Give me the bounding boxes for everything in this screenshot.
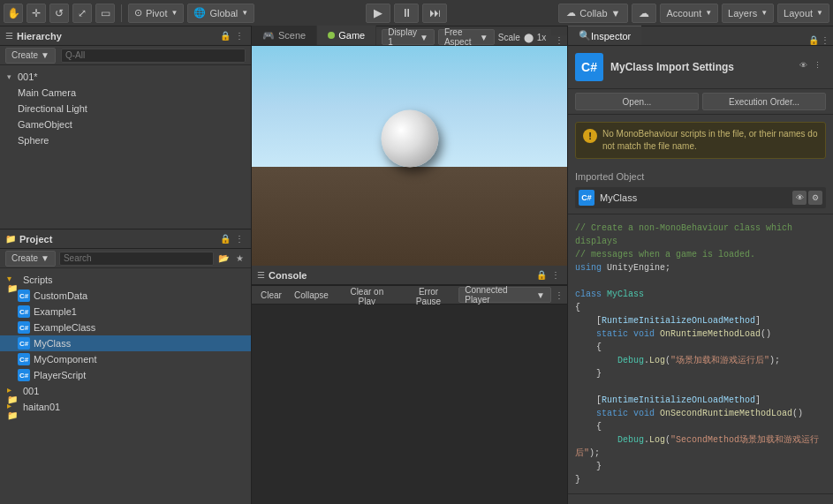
project-item-mycomponent[interactable]: C# MyComponent [0, 351, 251, 367]
hierarchy-menu-icon[interactable]: ⋮ [233, 30, 246, 42]
tab-game[interactable]: Game [317, 26, 376, 45]
display-arrow-icon: ▼ [420, 33, 428, 42]
clear-button[interactable]: Clear [255, 287, 287, 303]
rect-tool-btn[interactable]: ▭ [95, 4, 115, 23]
import-view-icon[interactable]: 👁 [799, 61, 812, 73]
hierarchy-create-button[interactable]: Create ▼ [5, 48, 56, 64]
account-dropdown[interactable]: Account ▼ [660, 4, 718, 23]
project-item-myclass[interactable]: C# MyClass [0, 335, 251, 351]
project-item-label: 001 [23, 386, 39, 396]
project-item-001[interactable]: ▸ 📁 001 [0, 383, 251, 399]
clear-on-play-button[interactable]: Clear on Play [336, 287, 398, 303]
folder-icon-haitan01: ▸ 📁 [7, 401, 19, 413]
project-star-icon[interactable]: ★ [233, 252, 246, 265]
game-toolbar: Display 1 ▼ Free Aspect ▼ Scale ⬤ 1x [376, 29, 551, 45]
hierarchy-item-label: Directional Light [18, 103, 87, 114]
console-menu-icon[interactable]: ⋮ [549, 269, 562, 282]
console-title: Console [269, 270, 532, 281]
scale-tool-btn[interactable]: ⤢ [72, 4, 92, 23]
import-menu-icon[interactable]: ⋮ [814, 61, 826, 73]
collab-button[interactable]: ☁ Collab ▼ [558, 4, 628, 23]
project-lock-icon[interactable]: 🔒 [219, 233, 231, 245]
collab-icon: ☁ [566, 7, 576, 19]
layout-dropdown[interactable]: Layout ▼ [777, 4, 829, 23]
move-tool-btn[interactable]: ✛ [27, 4, 46, 23]
project-icon: 📁 [5, 234, 16, 244]
project-menu-icon[interactable]: ⋮ [233, 233, 246, 245]
hierarchy-item-root[interactable]: ▾ 001* [0, 69, 251, 85]
obj-gear-btn[interactable]: ⚙ [808, 191, 822, 205]
collapse-button[interactable]: Collapse [289, 287, 334, 303]
import-action-buttons: Open... Execution Order... [568, 89, 833, 115]
hierarchy-lock-icon[interactable]: 🔒 [219, 30, 231, 42]
hierarchy-item-directional-light[interactable]: Directional Light [0, 101, 251, 117]
aspect-dropdown[interactable]: Free Aspect ▼ [438, 29, 495, 45]
console-menu-btn[interactable]: ⋮ [555, 290, 564, 300]
hierarchy-panel: ☰ Hierarchy 🔒 ⋮ Create ▼ ▾ 001* [0, 26, 251, 229]
code-line-5: class MyClass [575, 288, 826, 301]
warning-text: No MonoBehaviour scripts in the file, or… [602, 128, 818, 153]
collab-label: Collab [579, 8, 607, 19]
scale-label: Scale [498, 33, 520, 42]
account-label: Account [666, 8, 701, 19]
code-line-14: static void OnSecondRuntimeMethodLoad() [575, 407, 826, 420]
inspector-menu-icon[interactable]: ⋮ [821, 35, 829, 45]
game-panel-menu[interactable]: ⋮ [551, 35, 567, 45]
hand-tool-btn[interactable]: ✋ [4, 4, 23, 23]
project-item-exampleclass[interactable]: C# ExampleClass [0, 320, 251, 335]
project-panel: 📁 Project 🔒 ⋮ Create ▼ 📂 ★ ▾ 📁 [0, 229, 251, 504]
project-item-haitan01[interactable]: ▸ 📁 haitan01 [0, 399, 251, 415]
global-arrow-icon: ▼ [241, 9, 248, 17]
myclass-cs-icon: C# [575, 53, 603, 81]
play-button[interactable]: ▶ [366, 4, 390, 23]
project-item-example1[interactable]: C# Example1 [0, 304, 251, 320]
console-lock-icon[interactable]: 🔒 [535, 269, 548, 282]
code-line-17: } [575, 460, 826, 473]
layers-dropdown[interactable]: Layers ▼ [722, 4, 774, 23]
project-item-label: CustomData [34, 290, 87, 301]
cs-icon: C# [18, 337, 30, 350]
global-dropdown[interactable]: 🌐 Global ▼ [187, 4, 254, 23]
inspector-tab-label: Inspector [591, 31, 631, 41]
project-search-input[interactable] [59, 252, 214, 266]
project-item-playerscript[interactable]: C# PlayerScript [0, 367, 251, 383]
hierarchy-item-gameobject[interactable]: GameObject [0, 117, 251, 132]
pivot-icon: ⊙ [134, 7, 142, 19]
tab-scene[interactable]: 🎮 Scene [252, 26, 317, 45]
pivot-dropdown[interactable]: ⊙ Pivot ▼ [128, 4, 184, 23]
error-pause-button[interactable]: Error Pause [400, 287, 457, 303]
cs-icon: C# [18, 290, 30, 302]
project-item-scripts[interactable]: ▾ 📁 Scripts [0, 272, 251, 288]
project-toolbar: Create ▼ 📂 ★ [0, 249, 251, 268]
project-folder-icon[interactable]: 📂 [217, 252, 230, 265]
layout-label: Layout [784, 8, 813, 19]
hierarchy-item-sphere[interactable]: Sphere [0, 132, 251, 148]
pause-button[interactable]: ⏸ [394, 4, 419, 23]
main-layout: ☰ Hierarchy 🔒 ⋮ Create ▼ ▾ 001* [0, 26, 833, 504]
game-viewport [252, 46, 567, 266]
import-settings-title: MyClass Import Settings [610, 61, 792, 73]
inspector-lock-icon[interactable]: 🔒 [808, 35, 819, 45]
connected-player-dropdown[interactable]: Connected Player ▼ [458, 287, 551, 303]
hierarchy-header-buttons: 🔒 ⋮ [219, 30, 246, 42]
project-title: Project [19, 234, 216, 244]
scene-icon: 🎮 [262, 30, 275, 41]
aspect-arrow-icon: ▼ [480, 33, 488, 42]
layers-label: Layers [728, 8, 757, 19]
project-item-customdata[interactable]: C# CustomData [0, 288, 251, 304]
rotate-tool-btn[interactable]: ↺ [49, 4, 69, 23]
scene-game-tabs: 🎮 Scene Game Display 1 ▼ Free Aspect ▼ S… [252, 26, 567, 46]
open-button[interactable]: Open... [575, 93, 699, 110]
warning-icon: ! [583, 129, 597, 143]
hierarchy-item-main-camera[interactable]: Main Camera [0, 85, 251, 101]
inspector-icon: 🔍 [579, 30, 591, 41]
execution-order-button[interactable]: Execution Order... [702, 93, 826, 110]
project-create-button[interactable]: Create ▼ [5, 251, 56, 267]
tab-inspector[interactable]: 🔍 Inspector [568, 26, 641, 45]
hierarchy-item-label: GameObject [18, 119, 72, 130]
step-button[interactable]: ⏭ [422, 4, 447, 23]
hierarchy-search-input[interactable] [61, 49, 246, 63]
display-dropdown[interactable]: Display 1 ▼ [382, 29, 435, 45]
cloud-button[interactable]: ☁ [632, 4, 656, 23]
obj-view-btn[interactable]: 👁 [792, 191, 806, 205]
